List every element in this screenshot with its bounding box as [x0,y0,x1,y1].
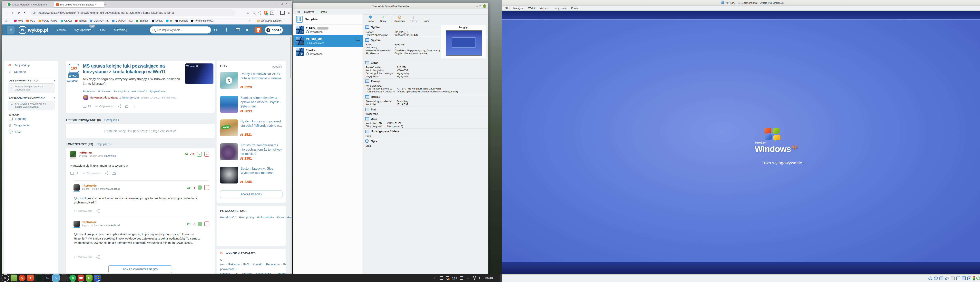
taskbar-clock[interactable]: 06:43 [485,276,493,280]
bookmark-flag-icon[interactable]: ⚑ [22,11,27,14]
hity-thumbnail[interactable] [220,167,238,184]
search-input[interactable] [157,28,205,32]
chat-icon[interactable] [236,29,240,31]
hity-period[interactable]: tygodnia [272,65,282,68]
bookmark-item[interactable]: Pogoda [175,19,188,22]
minus-vote-button[interactable]: − [204,222,209,227]
close-icon[interactable]: × [284,2,289,5]
plus-vote-button[interactable]: + [197,152,202,157]
tag-link[interactable]: #informatyka [257,215,274,219]
forward-icon[interactable]: › [10,11,16,15]
tag-link[interactable]: #windows7 [287,215,292,219]
reply-button[interactable]: ↩Odpowiedz [83,171,101,175]
bookmark-item[interactable]: GEOPORTAL [90,19,108,22]
comment-username[interactable]: TheRookie [82,184,119,187]
footer-link[interactable]: Hity [234,272,242,274]
kebab-menu-icon[interactable]: ⋮ [132,104,136,108]
minus-vote-button[interactable]: − [204,185,209,190]
reply-button[interactable]: ↩Odpowiedz [74,209,92,213]
show-desktop-button[interactable] [500,274,502,282]
sidebar-item-ranking[interactable]: Ranking [9,117,27,120]
footer-link[interactable]: Changelog [275,272,286,274]
terminal-icon[interactable]: $_ [44,274,51,281]
printer-icon[interactable] [460,276,463,280]
all-bookmarks-button[interactable]: Wszystkie zakładki [257,19,282,22]
toolbar-settings-button[interactable]: ⚙Ustawienia [392,15,407,22]
red-cat-app-icon[interactable] [78,274,84,281]
footer-link[interactable]: Reklama [228,263,243,266]
xp-vm-taskbar-icon[interactable]: xp [94,274,101,281]
article-title[interactable]: MS usuwa kolejne luki pozwalające na kor… [83,63,185,74]
comments-count-button[interactable]: 99 [83,105,91,108]
notifications-bell-icon[interactable] [226,28,227,32]
reader-view-icon[interactable]: ≡ [270,11,274,15]
file-manager-icon[interactable] [11,274,17,281]
bookmark-item[interactable]: Yr [166,19,172,22]
footer-link[interactable]: Regulamin [266,263,283,266]
wykop-logo-icon[interactable]: w [19,26,26,34]
hity-thumbnail[interactable]: +plus [220,119,238,136]
menu-pomoc[interactable]: Pomoc [571,7,579,10]
author-avatar[interactable] [83,95,88,100]
footer-link[interactable]: FAQ [243,263,253,266]
menu-maszyna[interactable]: Maszyna [304,10,314,13]
show-comments-button[interactable]: POKAŻ KOMENTARZE (17) [108,265,172,273]
nav-mikroblog[interactable]: Mikroblog [114,28,127,32]
add-button[interactable]: +DODAJ [265,27,283,34]
maximize-icon[interactable]: □ [279,2,284,5]
chevron-down-icon[interactable]: ▾ [54,79,55,82]
tools-header[interactable]: Narzędzia [293,14,363,24]
vbox-titlebar[interactable]: Oracle VM VirtualBox Menedżer [293,3,488,10]
nav-wykopalisko[interactable]: Wykopalisko280 [75,28,92,32]
user-avatar[interactable] [255,27,261,33]
brave-browser-icon[interactable]: ▼ [27,274,34,281]
volume-speaker-icon[interactable] [479,277,482,279]
comment-username[interactable]: TheRookie [82,220,119,223]
downloads-icon[interactable]: ⇩ [246,11,250,15]
tab-close-icon[interactable]: × [95,3,97,6]
menu-widok[interactable]: Widok [528,7,535,10]
tag-link[interactable]: #windows10 [220,215,236,219]
search-bar[interactable] [150,27,211,33]
minimize-icon[interactable]: – [476,5,478,8]
bookmark-item[interactable]: Tablica [75,19,86,22]
mint-menu-icon[interactable]: lm [2,274,9,282]
vm-context-list-icon[interactable] [356,39,360,43]
green-lu-app-icon[interactable]: lu [86,274,92,281]
new-tab-button[interactable]: + [103,2,108,7]
menu-hamburger-icon[interactable]: ≡ [288,11,290,15]
back-icon[interactable]: ‹ [4,11,10,15]
sidebar-item-moj-wykop[interactable]: Mój Wykop [9,63,30,67]
footer-link[interactable]: O nas [220,258,228,266]
plus-vote-button[interactable]: + [198,185,202,190]
share-icon[interactable] [96,257,98,258]
bookmark-item[interactable]: @o2 [14,19,23,22]
vm-window-titlebar[interactable]: XP_SP3_HE [Uruchomiona] - Oracle VM Virt… [502,0,980,6]
tag-link[interactable]: #windows [83,90,95,93]
menu-pomoc[interactable]: Pomoc [319,10,326,13]
follow-bell-icon[interactable] [125,105,128,107]
wykop-upvote-button[interactable]: WYKOP [68,73,79,78]
page-scrollbar-thumb[interactable] [290,37,291,78]
adblock-shield-icon[interactable]: 5 [264,11,267,15]
nav-hamburger-icon[interactable]: ≡ [7,26,14,34]
zakop-button[interactable]: ZAKOP (1) [67,80,78,82]
tag-link[interactable]: #komputery [114,90,129,93]
hity-title[interactable]: Kto stoi za zamówieniem i nie odebraniem… [240,143,283,156]
hity-title[interactable]: Radny z Krakowa NISZCZY butelki Ustronia… [240,72,283,80]
active-waveform-app-icon[interactable]: ∿ [52,274,59,281]
vm-list-item-11stka[interactable]: 6411 11-stka Wyłączona [293,47,363,57]
hity-thumbnail[interactable] [220,96,238,113]
menu-urzadzenia[interactable]: Urządzenia [554,7,566,10]
bookmark-item[interactable]: GEOPORTAL 2 [112,19,133,22]
nav-glowna[interactable]: Główna [56,28,66,32]
tags-hash-icon[interactable]: # [246,28,248,32]
show-more-button[interactable]: POKAŻ WIĘCEJ [220,190,282,198]
related-add-link[interactable]: Dodaj link + [104,119,119,122]
sidebar-item-ulubione[interactable]: ☆Ulubione [9,70,26,74]
footer-link[interactable]: Osiągnięcia [256,272,275,274]
comment-avatar[interactable] [70,151,76,157]
system-monitor-icon[interactable]: ⌁ [35,274,42,281]
menu-plik[interactable]: Plik [504,7,509,10]
nav-hity[interactable]: Hity [100,28,105,32]
